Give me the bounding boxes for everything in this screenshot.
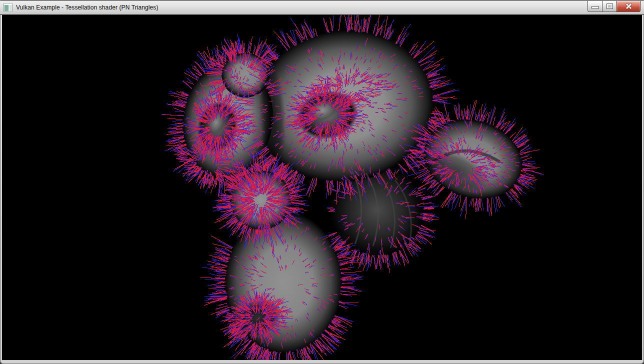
render-viewport[interactable] <box>2 15 642 360</box>
application-icon[interactable] <box>4 3 12 12</box>
minimize-icon <box>592 6 599 9</box>
title-bar[interactable]: Vulkan Example - Tessellation shader (PN… <box>0 0 644 15</box>
app-window: Vulkan Example - Tessellation shader (PN… <box>0 0 644 364</box>
close-button[interactable] <box>616 1 640 12</box>
normals-visualization-canvas <box>2 15 642 360</box>
window-title: Vulkan Example - Tessellation shader (PN… <box>16 4 158 11</box>
minimize-button[interactable] <box>588 1 602 12</box>
window-controls <box>588 1 640 12</box>
close-icon <box>625 2 632 10</box>
maximize-button[interactable] <box>602 1 617 12</box>
maximize-icon <box>606 4 613 9</box>
